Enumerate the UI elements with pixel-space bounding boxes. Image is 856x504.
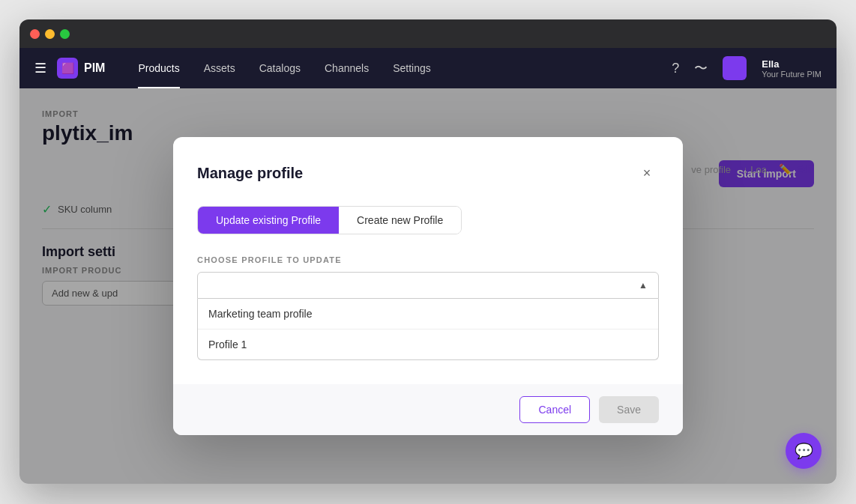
choose-profile-label: CHOOSE PROFILE TO UPDATE: [197, 255, 659, 264]
logo-text: PIM: [84, 61, 105, 75]
user-name: Ella: [762, 58, 822, 70]
tab-create-new[interactable]: Create new Profile: [339, 207, 461, 234]
modal-header: Manage profile ×: [197, 161, 659, 185]
modal-title: Manage profile: [197, 165, 303, 182]
nav-item-channels[interactable]: Channels: [313, 48, 381, 88]
nav-items: Products Assets Catalogs Channels Settin…: [126, 48, 672, 88]
page-content: IMPORT plytix_im Start import ✓ SKU colu…: [19, 88, 837, 484]
profile-dropdown[interactable]: ▲ Marketing team profile Profile 1: [197, 272, 659, 360]
navbar: ☰ 🟪 PIM Products Assets Catalogs Channel…: [19, 48, 837, 88]
minimize-button[interactable]: [45, 29, 55, 39]
tab-update-existing[interactable]: Update existing Profile: [198, 207, 339, 234]
cancel-button[interactable]: Cancel: [519, 396, 590, 423]
modal-overlay[interactable]: Manage profile × Update existing Profile…: [19, 88, 837, 484]
traffic-lights: [30, 29, 70, 39]
maximize-button[interactable]: [60, 29, 70, 39]
dropdown-list: Marketing team profile Profile 1: [197, 299, 659, 360]
nav-logo: 🟪 PIM: [57, 58, 105, 79]
save-button: Save: [599, 396, 659, 423]
nav-item-catalogs[interactable]: Catalogs: [247, 48, 313, 88]
user-info: Ella Your Future PIM: [762, 58, 822, 79]
hamburger-icon[interactable]: ☰: [34, 60, 46, 76]
nav-item-settings[interactable]: Settings: [381, 48, 443, 88]
dropdown-item-marketing[interactable]: Marketing team profile: [198, 299, 658, 330]
chat-icon: 💬: [795, 442, 813, 460]
nav-item-products[interactable]: Products: [126, 48, 191, 88]
titlebar: [19, 19, 837, 48]
user-sub: Your Future PIM: [762, 70, 822, 79]
manage-profile-modal: Manage profile × Update existing Profile…: [173, 137, 683, 435]
dropdown-trigger[interactable]: ▲: [197, 272, 659, 299]
analytics-icon[interactable]: 〜: [694, 59, 708, 77]
avatar: [723, 56, 747, 80]
dropdown-item-profile1[interactable]: Profile 1: [198, 330, 658, 359]
close-button[interactable]: [30, 29, 40, 39]
nav-item-assets[interactable]: Assets: [192, 48, 247, 88]
modal-footer: Cancel Save: [173, 384, 683, 435]
profile-tab-group: Update existing Profile Create new Profi…: [197, 206, 462, 234]
nav-right: ? 〜 Ella Your Future PIM: [672, 56, 822, 80]
modal-close-button[interactable]: ×: [635, 161, 659, 185]
logo-cube-icon: 🟪: [57, 58, 78, 79]
chevron-up-icon: ▲: [639, 280, 648, 291]
chat-bubble-button[interactable]: 💬: [786, 433, 822, 469]
help-icon[interactable]: ?: [672, 61, 679, 76]
